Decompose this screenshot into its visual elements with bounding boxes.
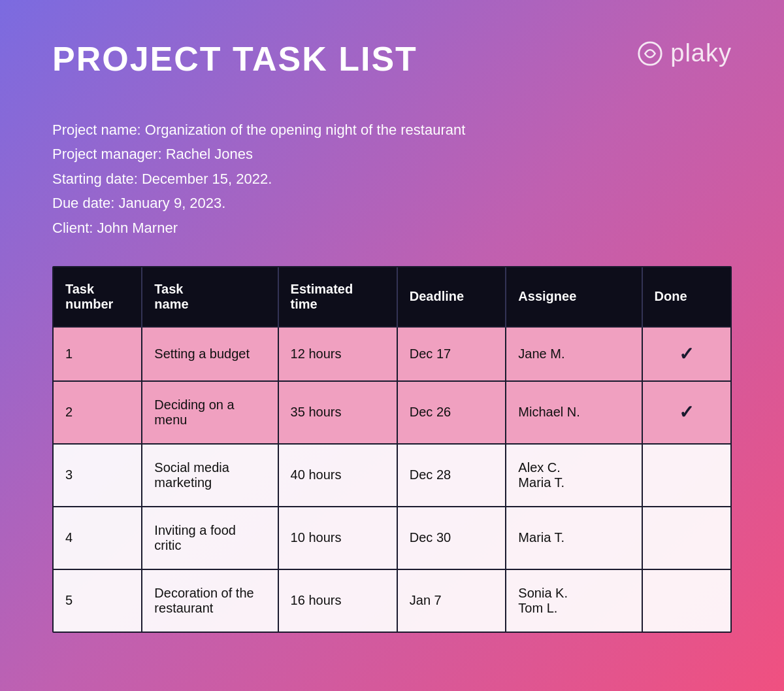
col-header-done: Done bbox=[642, 267, 730, 327]
cell-done: ✓ bbox=[642, 381, 730, 444]
cell-estimated-time: 40 hours bbox=[278, 444, 397, 507]
cell-number: 4 bbox=[54, 507, 142, 569]
cell-estimated-time: 10 hours bbox=[278, 507, 397, 569]
cell-number: 2 bbox=[54, 381, 142, 444]
table-row: 2Deciding on a menu35 hoursDec 26Michael… bbox=[54, 381, 730, 444]
logo-text: plaky bbox=[670, 39, 732, 67]
cell-task-name: Decoration of the restaurant bbox=[142, 569, 278, 632]
starting-date: Starting date: December 15, 2022. bbox=[52, 167, 732, 191]
project-manager: Project manager: Rachel Jones bbox=[52, 142, 732, 166]
header: PROJECT TASK LIST plaky bbox=[52, 39, 732, 78]
table-row: 1Setting a budget12 hoursDec 17Jane M.✓ bbox=[54, 327, 730, 381]
task-table: Tasknumber Taskname Estimatedtime Deadli… bbox=[54, 267, 730, 632]
cell-assignee: Michael N. bbox=[506, 381, 642, 444]
project-name: Project name: Organization of the openin… bbox=[52, 118, 732, 142]
col-header-assignee: Assignee bbox=[506, 267, 642, 327]
cell-number: 1 bbox=[54, 327, 142, 381]
table-row: 5Decoration of the restaurant16 hoursJan… bbox=[54, 569, 730, 632]
table-row: 4Inviting a food critic10 hoursDec 30Mar… bbox=[54, 507, 730, 569]
client: Client: John Marner bbox=[52, 216, 732, 240]
col-header-deadline: Deadline bbox=[397, 267, 506, 327]
page-container: PROJECT TASK LIST plaky Project name: Or… bbox=[0, 0, 784, 691]
project-info: Project name: Organization of the openin… bbox=[52, 118, 732, 240]
checkmark-icon: ✓ bbox=[679, 402, 694, 422]
plaky-logo-icon bbox=[636, 40, 664, 67]
col-header-name: Taskname bbox=[142, 267, 278, 327]
cell-estimated-time: 12 hours bbox=[278, 327, 397, 381]
cell-assignee: Maria T. bbox=[506, 507, 642, 569]
cell-assignee: Jane M. bbox=[506, 327, 642, 381]
cell-deadline: Dec 17 bbox=[397, 327, 506, 381]
table-body: 1Setting a budget12 hoursDec 17Jane M.✓2… bbox=[54, 327, 730, 632]
cell-task-name: Social media marketing bbox=[142, 444, 278, 507]
table-header-row: Tasknumber Taskname Estimatedtime Deadli… bbox=[54, 267, 730, 327]
cell-task-name: Setting a budget bbox=[142, 327, 278, 381]
cell-deadline: Dec 28 bbox=[397, 444, 506, 507]
cell-assignee: Sonia K. Tom L. bbox=[506, 569, 642, 632]
cell-deadline: Dec 26 bbox=[397, 381, 506, 444]
svg-point-0 bbox=[639, 42, 661, 64]
cell-deadline: Jan 7 bbox=[397, 569, 506, 632]
checkmark-icon: ✓ bbox=[679, 344, 694, 364]
cell-number: 3 bbox=[54, 444, 142, 507]
cell-number: 5 bbox=[54, 569, 142, 632]
task-table-wrapper: Tasknumber Taskname Estimatedtime Deadli… bbox=[52, 266, 732, 633]
cell-done: ✓ bbox=[642, 327, 730, 381]
cell-assignee: Alex C. Maria T. bbox=[506, 444, 642, 507]
table-row: 3Social media marketing40 hoursDec 28Ale… bbox=[54, 444, 730, 507]
col-header-number: Tasknumber bbox=[54, 267, 142, 327]
cell-task-name: Inviting a food critic bbox=[142, 507, 278, 569]
logo-area: plaky bbox=[636, 39, 732, 67]
cell-estimated-time: 35 hours bbox=[278, 381, 397, 444]
cell-estimated-time: 16 hours bbox=[278, 569, 397, 632]
col-header-time: Estimatedtime bbox=[278, 267, 397, 327]
cell-done bbox=[642, 444, 730, 507]
cell-task-name: Deciding on a menu bbox=[142, 381, 278, 444]
cell-done bbox=[642, 569, 730, 632]
due-date: Due date: January 9, 2023. bbox=[52, 191, 732, 215]
cell-deadline: Dec 30 bbox=[397, 507, 506, 569]
cell-done bbox=[642, 507, 730, 569]
page-title: PROJECT TASK LIST bbox=[52, 39, 417, 78]
